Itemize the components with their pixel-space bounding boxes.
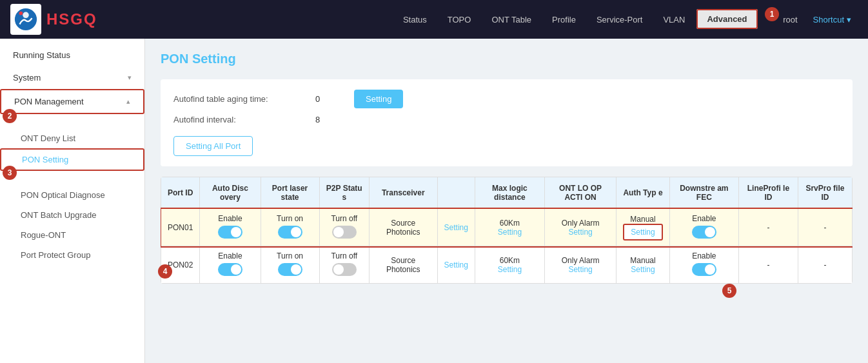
setting-link[interactable]: Setting <box>444 223 468 232</box>
setting-link[interactable]: Setting <box>631 265 655 274</box>
info-section: Autofind table aging time: 0 Setting Aut… <box>161 79 853 166</box>
setting-all-port-button[interactable]: Setting All Port <box>173 136 253 156</box>
sidebar-item-rogue-ont[interactable]: Rogue-ONT <box>0 225 144 245</box>
nav-advanced[interactable]: Advanced <box>696 9 757 29</box>
badge-1: 1 <box>765 7 779 21</box>
table-cell: Setting <box>437 209 475 246</box>
p2p-cell: Turn off <box>319 209 369 246</box>
srv-profile-value: - <box>824 260 826 270</box>
toggle-switch[interactable] <box>218 263 242 276</box>
max-logic-value: 60Km <box>482 219 538 228</box>
table-cell: - <box>738 246 798 284</box>
table-cell: - <box>798 246 852 284</box>
sidebar-item-system[interactable]: System ▾ <box>0 66 144 89</box>
th-ont-loop: ONT LO OP ACTI ON <box>544 177 616 209</box>
th-auto-disc: Auto Disc overy <box>200 177 261 209</box>
transceiver-value: Source Photonics <box>386 219 420 237</box>
p2p-label: Turn off <box>326 251 362 260</box>
logo-area: HSGQ <box>10 4 97 35</box>
nav-ont-table[interactable]: ONT Table <box>482 11 540 28</box>
aging-time-row: Autofind table aging time: 0 Setting <box>173 90 840 108</box>
interval-label: Autofind interval: <box>173 115 302 124</box>
setting-button[interactable]: Setting <box>354 90 403 108</box>
badge-5: 5 <box>722 284 736 298</box>
ont-loop-cell: Only AlarmSetting <box>544 246 616 284</box>
p2p-label: Turn off <box>326 214 362 223</box>
auth-type-value: Manual <box>623 256 662 265</box>
sidebar-item-pon-setting[interactable]: PON Setting <box>0 148 144 171</box>
downstream-fec-cell: Enable <box>669 209 738 246</box>
interval-row: Autofind interval: 8 <box>173 115 840 124</box>
ont-loop-setting[interactable]: Setting <box>568 265 592 274</box>
transceiver-value: Source Photonics <box>386 256 420 274</box>
toggle-switch[interactable] <box>692 263 716 276</box>
sidebar-item-running-status[interactable]: Running Status <box>0 44 144 66</box>
nav-topo[interactable]: TOPO <box>439 11 480 28</box>
sidebar-item-ont-batch-upgrade[interactable]: ONT Batch Upgrade <box>0 205 144 225</box>
downstream-fec-label: Enable <box>676 251 732 260</box>
logo-box <box>10 4 41 35</box>
table-cell: Setting <box>437 246 475 284</box>
srv-profile-value: - <box>824 223 826 232</box>
setting-link-highlighted[interactable]: Setting <box>623 224 662 240</box>
downstream-fec-label: Enable <box>676 214 732 223</box>
th-transceiver-action <box>437 177 475 209</box>
sidebar-item-ont-deny-list[interactable]: ONT Deny List <box>0 128 144 148</box>
aging-time-label: Autofind table aging time: <box>173 94 302 104</box>
nav-links: Status TOPO ONT Table Profile Service-Po… <box>394 11 858 28</box>
nav-service-port[interactable]: Service-Port <box>587 11 652 28</box>
sidebar-item-pon-management[interactable]: PON Management ▴ <box>0 89 144 114</box>
max-logic-setting[interactable]: Setting <box>498 265 522 274</box>
nav-shortcut[interactable]: Shortcut ▾ <box>807 11 858 28</box>
table-row: PON02Enable Turn on Turn off Source Phot… <box>161 246 853 284</box>
th-max-logic: Max logic distance <box>475 177 544 209</box>
sidebar-item-pon-optical-diagnose[interactable]: PON Optical Diagnose <box>0 185 144 205</box>
sidebar-item-port-protect-group[interactable]: Port Protect Group <box>0 245 144 265</box>
ont-loop-value: Only Alarm <box>551 219 609 228</box>
line-profile-value: - <box>767 260 769 270</box>
table-cell: - <box>738 209 798 246</box>
nav-user: root <box>776 11 804 28</box>
auth-type-value: Manual <box>623 215 662 224</box>
auto-disc-cell: Enable <box>200 246 261 284</box>
th-srv-profile: SrvPro file ID <box>798 177 852 209</box>
toggle-switch[interactable] <box>692 226 716 239</box>
toggle-switch[interactable] <box>332 263 357 276</box>
setting-link[interactable]: Setting <box>444 260 468 270</box>
svg-point-1 <box>23 12 29 19</box>
p2p-cell: Turn off <box>319 246 369 284</box>
toggle-switch[interactable] <box>218 226 242 239</box>
th-p2p: P2P Statu s <box>319 177 369 209</box>
layout: Running Status System ▾ PON Management ▴… <box>0 39 868 363</box>
nav-profile[interactable]: Profile <box>543 11 585 28</box>
auth-type-cell: ManualSetting <box>616 209 669 246</box>
svg-point-0 <box>15 8 37 30</box>
th-port-laser: Port laser state <box>261 177 319 209</box>
port-laser-label: Turn on <box>268 214 313 223</box>
ont-loop-value: Only Alarm <box>551 256 609 265</box>
interval-value: 8 <box>315 115 341 124</box>
port-id: PON01 <box>168 223 193 232</box>
auto-disc-label: Enable <box>206 214 253 223</box>
nav-status[interactable]: Status <box>394 11 436 28</box>
toggle-switch[interactable] <box>278 263 302 276</box>
pon-settings-table: Port ID Auto Disc overy Port laser state… <box>161 177 853 284</box>
auto-disc-cell: Enable <box>200 209 261 246</box>
table-cell: Source Photonics <box>369 209 437 246</box>
toggle-switch[interactable] <box>332 226 357 239</box>
table-container: Port ID Auto Disc overy Port laser state… <box>161 177 853 284</box>
toggle-switch[interactable] <box>278 226 302 239</box>
auth-type-cell: ManualSetting <box>616 246 669 284</box>
th-auth-type: Auth Typ e <box>616 177 669 209</box>
pon-management-container: PON Management ▴ 2 <box>0 89 144 128</box>
pon-setting-container: PON Setting 3 <box>0 148 144 185</box>
max-logic-cell: 60KmSetting <box>475 209 544 246</box>
max-logic-setting[interactable]: Setting <box>498 228 522 237</box>
table-row: PON01Enable Turn on Turn off Source Phot… <box>161 209 853 246</box>
main-content: PON Setting Autofind table aging time: 0… <box>145 39 868 363</box>
brand-name: HSGQ <box>46 10 97 28</box>
table-cell: Source Photonics <box>369 246 437 284</box>
badge-3: 3 <box>3 166 17 180</box>
nav-vlan[interactable]: VLAN <box>654 11 694 28</box>
ont-loop-setting[interactable]: Setting <box>568 228 592 237</box>
